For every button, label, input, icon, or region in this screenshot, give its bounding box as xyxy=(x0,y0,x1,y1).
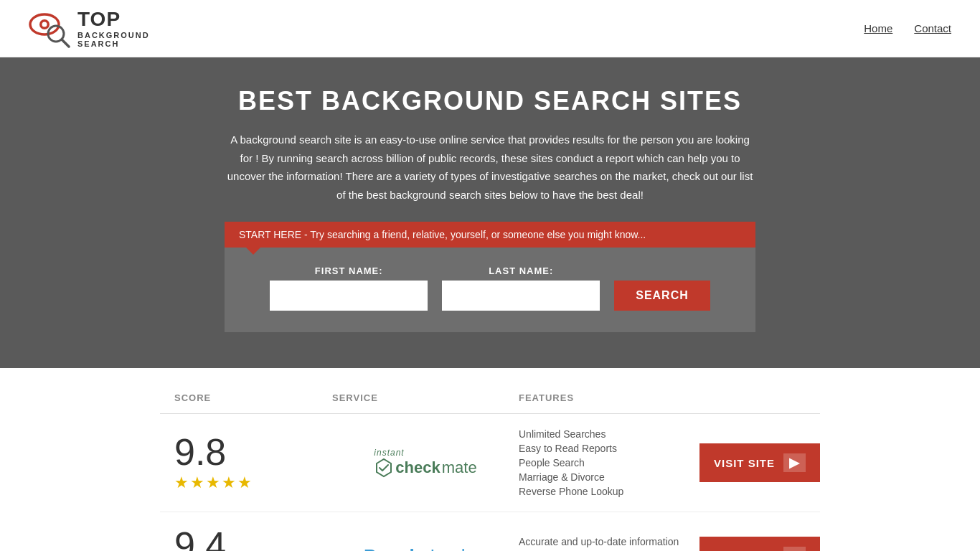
results-area: SCORE SERVICE FEATURES 9.8 ★ ★ ★ ★ ★ ins… xyxy=(146,382,834,551)
feature-1-0: Unlimited Searches xyxy=(519,428,691,440)
features-col-1: Unlimited Searches Easy to Read Reports … xyxy=(519,428,691,497)
site-header: TOP BACKGROUNDSEARCH Home Contact xyxy=(0,0,980,57)
last-name-group: LAST NAME: xyxy=(442,265,600,311)
feature-1-1: Easy to Read Reports xyxy=(519,443,691,454)
feature-2-0: Accurate and up-to-date information xyxy=(519,536,691,547)
col-score: SCORE xyxy=(174,392,332,403)
visit-site-label-1: VISIT SITE xyxy=(714,457,775,469)
star-1: ★ xyxy=(174,474,189,492)
col-action xyxy=(691,392,820,403)
logo-top-label: TOP xyxy=(77,9,150,31)
visit-site-button-1[interactable]: VISIT SITE ▶ xyxy=(699,443,820,482)
feature-1-4: Reverse Phone Lookup xyxy=(519,486,691,497)
last-name-input[interactable] xyxy=(442,281,600,311)
search-button[interactable]: SEARCH xyxy=(614,281,710,311)
search-form: FIRST NAME: LAST NAME: SEARCH xyxy=(239,265,741,311)
first-name-label: FIRST NAME: xyxy=(270,265,428,276)
table-header: SCORE SERVICE FEATURES xyxy=(160,382,820,414)
col-features: FEATURES xyxy=(519,392,691,403)
visit-col-2: VISIT SITE ▶ xyxy=(691,537,820,551)
svg-point-2 xyxy=(42,22,47,27)
stars-1: ★ ★ ★ ★ ★ xyxy=(174,474,252,492)
visit-col-1: VISIT SITE ▶ xyxy=(691,443,820,482)
svg-line-4 xyxy=(62,39,69,47)
people-looker-logo: People Looker xyxy=(364,545,487,552)
hero-title: BEST BACKGROUND SEARCH SITES xyxy=(14,86,966,116)
callout-bar: START HERE - Try searching a friend, rel… xyxy=(225,222,755,248)
star-3: ★ xyxy=(206,474,220,492)
main-nav: Home Contact xyxy=(864,22,951,34)
service-logo-1: instant checkmate xyxy=(332,448,519,478)
last-name-label: LAST NAME: xyxy=(442,265,600,276)
visit-arrow-1: ▶ xyxy=(783,453,806,472)
nav-home[interactable]: Home xyxy=(864,22,892,34)
visit-arrow-2: ▶ xyxy=(783,547,806,551)
service-logo-instant: instant xyxy=(374,448,404,458)
logo: TOP BACKGROUNDSEARCH xyxy=(29,9,150,48)
feature-1-3: Marriage & Divorce xyxy=(519,471,691,483)
logo-text: TOP BACKGROUNDSEARCH xyxy=(77,9,150,48)
logo-bottom-label: BACKGROUNDSEARCH xyxy=(77,31,150,48)
logo-icon xyxy=(29,9,72,48)
service-logo-2: People Looker xyxy=(332,545,519,552)
col-service: SERVICE xyxy=(332,392,519,403)
nav-contact[interactable]: Contact xyxy=(914,22,951,34)
table-row: 9.4 ★ ★ ★ ★ ★ People Looker Accurate and… xyxy=(160,512,820,551)
visit-site-button-2[interactable]: VISIT SITE ▶ xyxy=(699,537,820,551)
score-value-2: 9.4 xyxy=(174,527,226,551)
logo-looker: Looker xyxy=(425,545,487,552)
table-row: 9.8 ★ ★ ★ ★ ★ instant checkmate xyxy=(160,414,820,512)
star-2: ★ xyxy=(190,474,204,492)
first-name-input[interactable] xyxy=(270,281,428,311)
search-form-area: FIRST NAME: LAST NAME: SEARCH xyxy=(225,248,755,332)
star-5: ★ xyxy=(237,474,252,492)
checkmate-logo-icon xyxy=(374,458,394,478)
service-mate: mate xyxy=(442,458,477,477)
hero-description: A background search site is an easy-to-u… xyxy=(225,131,755,204)
hero-section: BEST BACKGROUND SEARCH SITES A backgroun… xyxy=(0,57,980,368)
feature-1-2: People Search xyxy=(519,457,691,468)
service-logo-checkmate-text: checkmate xyxy=(374,458,476,478)
score-col-1: 9.8 ★ ★ ★ ★ ★ xyxy=(174,433,332,492)
score-value-1: 9.8 xyxy=(174,433,226,471)
score-col-2: 9.4 ★ ★ ★ ★ ★ xyxy=(174,527,332,551)
star-4: ★ xyxy=(222,474,236,492)
logo-people: People xyxy=(364,545,425,552)
features-col-2: Accurate and up-to-date information Unli… xyxy=(519,536,691,551)
service-check: check xyxy=(395,458,440,477)
first-name-group: FIRST NAME: xyxy=(270,265,428,311)
